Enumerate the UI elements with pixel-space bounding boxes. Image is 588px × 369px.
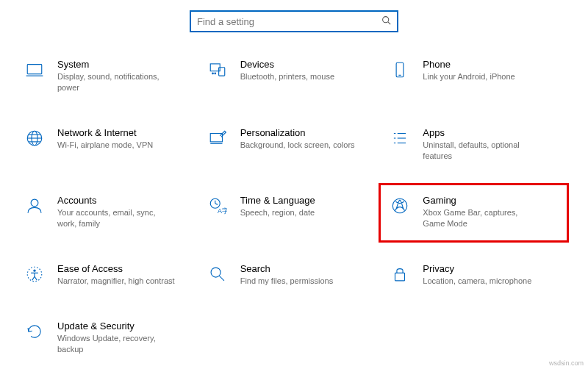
category-desc: Find my files, permissions [240,276,358,287]
svg-point-6 [212,73,213,74]
category-update-security[interactable]: Update & Security Windows Update, recove… [24,316,199,359]
accounts-icon [24,195,46,217]
svg-point-0 [383,17,389,23]
category-devices[interactable]: Devices Bluetooth, printers, mouse [207,54,382,98]
category-apps[interactable]: Apps Uninstall, defaults, optional featu… [389,123,564,166]
category-search[interactable]: Search Find my files, permissions [207,259,382,291]
time-language-icon: A字 [207,195,229,217]
svg-point-7 [215,73,216,74]
category-title: Phone [423,59,560,70]
svg-point-28 [393,199,408,214]
category-title: Ease of Access [57,263,195,274]
svg-line-26 [215,204,217,205]
category-privacy[interactable]: Privacy Location, camera, microphone [389,259,564,291]
search-container [0,0,588,54]
category-system[interactable]: System Display, sound, notifications, po… [24,54,199,98]
category-title: Gaming [423,195,560,206]
search-category-icon [207,263,229,285]
svg-line-1 [388,22,390,24]
category-title: Privacy [423,263,560,274]
category-title: Personalization [240,127,378,138]
category-desc: Your accounts, email, sync, work, family [57,207,175,229]
category-title: Time & Language [240,195,378,206]
lock-icon [389,263,411,285]
settings-grid: System Display, sound, notifications, po… [0,54,588,367]
svg-point-23 [31,199,38,207]
category-title: Devices [240,59,378,70]
svg-text:A字: A字 [218,207,227,215]
system-icon [24,59,46,81]
category-desc: Location, camera, microphone [423,276,540,287]
category-personalization[interactable]: Personalization Background, lock screen,… [207,123,382,166]
category-title: System [57,59,195,70]
category-desc: Background, lock screen, colors [240,140,358,151]
category-desc: Windows Update, recovery, backup [57,333,175,355]
category-desc: Xbox Game Bar, captures, Game Mode [423,207,540,229]
svg-point-31 [211,268,220,277]
update-icon [24,320,46,343]
category-network[interactable]: Network & Internet Wi-Fi, airplane mode,… [24,123,199,166]
category-phone[interactable]: Phone Link your Android, iPhone [389,54,564,98]
category-desc: Wi-Fi, airplane mode, VPN [57,140,175,151]
category-accounts[interactable]: Accounts Your accounts, email, sync, wor… [24,190,199,234]
category-time-language[interactable]: A字 Time & Language Speech, region, date [207,190,382,234]
category-title: Apps [423,127,560,138]
category-title: Network & Internet [57,127,195,138]
category-desc: Narrator, magnifier, high contrast [57,276,175,287]
search-icon [381,15,391,27]
globe-icon [24,127,46,149]
svg-rect-2 [27,65,42,74]
category-gaming[interactable]: Gaming Xbox Game Bar, captures, Game Mod… [389,190,564,234]
ease-of-access-icon [24,263,46,285]
xbox-icon [389,195,411,217]
search-input[interactable] [197,16,381,27]
watermark: wsdsin.com [549,359,584,367]
personalization-icon [207,127,229,149]
category-title: Search [240,263,378,274]
svg-point-30 [33,270,35,272]
category-desc: Display, sound, notifications, power [57,71,175,93]
category-desc: Link your Android, iPhone [423,71,540,82]
category-desc: Bluetooth, printers, mouse [240,71,358,82]
devices-icon [207,59,229,81]
category-title: Update & Security [57,320,195,332]
category-desc: Speech, region, date [240,207,358,218]
svg-rect-33 [395,273,405,281]
category-desc: Uninstall, defaults, optional features [423,140,540,162]
svg-line-32 [219,276,224,282]
apps-icon [389,127,411,149]
search-input-box[interactable] [190,10,398,32]
category-title: Accounts [57,195,195,206]
category-ease-of-access[interactable]: Ease of Access Narrator, magnifier, high… [24,259,199,291]
phone-icon [389,59,411,81]
